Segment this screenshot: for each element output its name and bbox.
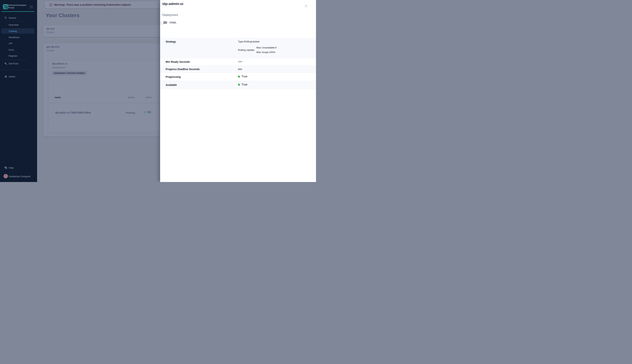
sidebar-item-docs[interactable]: Docs (0, 47, 37, 52)
detail-row-strategy: Strategy Type:RollingUpdate Rolling Upda… (160, 38, 316, 58)
cluster-kind: Cluster (46, 49, 54, 52)
detail-row-min-ready-seconds: Min Ready Seconds ??? (160, 58, 316, 66)
user-name: Debabrata Panigrahi (9, 175, 31, 178)
sidebar-item-admin[interactable]: Admin (0, 74, 37, 79)
warning-banner-text: Warning: There was a problem retrieving … (54, 3, 131, 6)
sidebar-item-register[interactable]: Register (0, 53, 37, 58)
max-unavailable-value: Max Unavailable:0 (256, 45, 277, 50)
search-icon (5, 16, 7, 19)
sidebar-item-label: Docs (9, 48, 14, 51)
alert-circle-icon (49, 3, 52, 6)
pod-status-text: OK (147, 111, 151, 114)
sidebar-item-label: Catalog (9, 30, 17, 32)
details-drawer: idp-admin-ui Deployment YAML Strategy Ty… (160, 0, 316, 182)
yaml-toggle[interactable]: YAML (161, 20, 177, 24)
sidebar-item-label: Register (9, 54, 18, 57)
detail-value: True (238, 75, 247, 78)
sidebar-item-catalog[interactable]: Catalog (1, 28, 34, 34)
sidebar-item-label: Search (9, 16, 16, 19)
cluster-name: qa-env (46, 27, 55, 30)
sidebar-divider (7, 21, 28, 21)
detail-row-progress-deadline-seconds: Progress Deadline Seconds 600 (160, 66, 316, 73)
sidebar: Internal Developer Portal Search Overvie… (0, 0, 37, 182)
status-dot-icon (238, 84, 240, 86)
cluster-kind: Cluster (46, 31, 54, 34)
sidebar-item-search[interactable]: Search (0, 15, 37, 20)
table-header-phase: phase (128, 96, 135, 99)
toggle-switch-icon (161, 20, 168, 24)
help-chat-icon: ? (5, 166, 7, 169)
sidebar-item-label: Overview (9, 24, 19, 26)
avatar: DP (4, 174, 8, 178)
detail-label: Progressing (166, 76, 181, 78)
pod-name-cell: idp-admin-ui-7889789fc6-9f6cb (55, 111, 91, 114)
detail-label: Min Ready Seconds (166, 60, 190, 63)
status-dot-icon (238, 76, 240, 78)
apps-grid-icon[interactable] (30, 6, 33, 9)
rolling-update-label: Rolling Update: (238, 48, 255, 51)
sidebar-item-label: Admin (9, 75, 16, 78)
svg-text:?: ? (5, 166, 6, 168)
detail-label: Strategy (166, 40, 176, 43)
workload-name: idp-admin-ui (52, 62, 67, 65)
yaml-toggle-label: YAML (169, 21, 177, 24)
drawer-title: idp-admin-ui (162, 2, 183, 6)
detail-value-text: True (241, 75, 247, 78)
sidebar-item-overview[interactable]: Overview (0, 22, 37, 28)
table-header-status: status (145, 96, 152, 99)
detail-value: ??? (238, 60, 242, 63)
drawer-subtitle: Deployment (162, 14, 178, 17)
sidebar-item-workflows[interactable]: Workflows (0, 34, 37, 40)
strategy-type: Type:RollingUpdate (238, 40, 277, 43)
page-title: Your Clusters (46, 12, 80, 18)
pod-status-cell: OK (144, 111, 151, 114)
sidebar-accent-rule (1, 12, 35, 12)
namespace-chip: namespace: harness-nextgen (52, 71, 87, 75)
strategy-value: Type:RollingUpdate Rolling Update: Max U… (238, 40, 277, 54)
deployment-details-table: Strategy Type:RollingUpdate Rolling Upda… (160, 38, 316, 89)
sidebar-user[interactable]: DP Debabrata Panigrahi (0, 174, 37, 179)
brand-title: Internal Developer Portal (8, 4, 28, 9)
sidebar-item-label: Workflows (9, 36, 20, 39)
brand-logo-icon (3, 4, 8, 9)
status-dot-icon (144, 111, 146, 113)
detail-value-text: True (241, 83, 247, 86)
sidebar-item-label: API (9, 42, 13, 45)
close-icon[interactable] (304, 4, 308, 8)
wrench-icon (5, 62, 7, 65)
sidebar-divider (1, 70, 35, 70)
cluster-name: pre-qa-env (46, 45, 60, 48)
detail-row-progressing: Progressing True (160, 73, 316, 81)
detail-row-available: Available True (160, 81, 316, 89)
detail-value: True (238, 83, 247, 86)
sidebar-item-devtools[interactable]: DevTools (0, 61, 37, 66)
detail-value: 600 (238, 68, 242, 71)
sidebar-item-help[interactable]: ? Help (0, 165, 37, 170)
detail-label: Progress Deadline Seconds (166, 68, 200, 71)
detail-label: Available (166, 84, 177, 86)
sidebar-item-api[interactable]: API (0, 40, 37, 46)
max-surge-value: Max Surge:100% (256, 50, 277, 54)
workload-kind: Deployment (52, 66, 66, 69)
table-header-name: name (55, 96, 61, 99)
pod-phase-cell: Running (126, 111, 135, 114)
sidebar-item-label: Help (9, 166, 14, 169)
sidebar-item-label: DevTools (9, 62, 18, 65)
gear-icon (5, 75, 7, 78)
